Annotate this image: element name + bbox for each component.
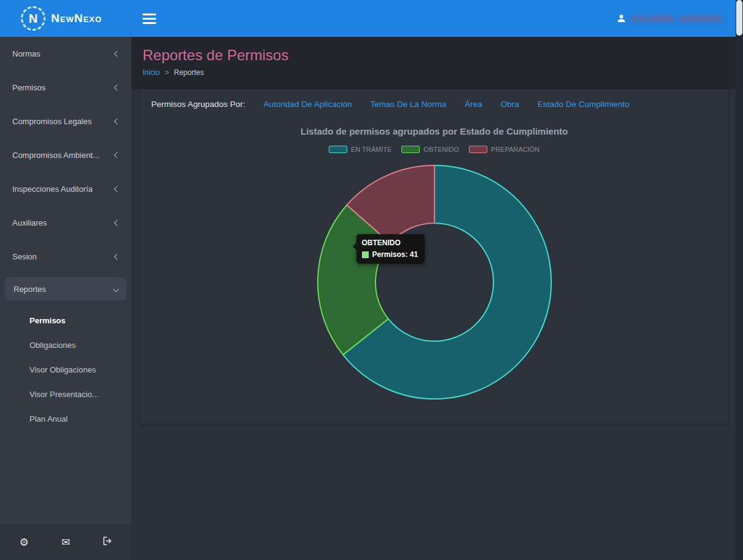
- breadcrumb-separator: >: [165, 68, 169, 77]
- submenu-item-label: Visor Obligaciones: [29, 365, 96, 374]
- brand[interactable]: N NewNexo: [0, 6, 132, 31]
- chevron-left-icon: [114, 254, 120, 260]
- sidebar-item-label: Normas: [12, 49, 41, 58]
- submenu-item-obligaciones[interactable]: Obligaciones: [0, 333, 132, 357]
- breadcrumb-current: Reportes: [174, 68, 204, 77]
- breadcrumb: Inicio > Reportes: [143, 68, 736, 77]
- chevron-left-icon: [114, 85, 120, 91]
- donut-chart: OBTENIDO Permisos: 41: [314, 162, 555, 403]
- submenu-item-label: Visor Presentacio...: [29, 390, 98, 399]
- sidebar-item-label: Reportes: [14, 285, 46, 294]
- chevron-down-icon: [113, 286, 119, 292]
- main-content: Reportes de Permisos Inicio > Reportes P…: [132, 37, 736, 560]
- sidebar-item-inspecciones-auditoria[interactable]: Inspecciones Auditoría: [0, 172, 132, 206]
- chart-tooltip: OBTENIDO Permisos: 41: [356, 234, 425, 264]
- tooltip-value: Permisos: 41: [372, 250, 419, 259]
- submenu-item-label: Obligaciones: [29, 341, 76, 350]
- logout-icon[interactable]: [101, 535, 114, 550]
- legend-label: OBTENIDO: [423, 146, 458, 153]
- sidebar-item-label: Permisos: [12, 83, 45, 92]
- group-link-obra[interactable]: Obra: [501, 100, 519, 109]
- sidebar-item-label: Auxiliares: [12, 218, 47, 227]
- group-link-area[interactable]: Área: [465, 100, 482, 109]
- user-name: COLANTE, GUSTAVO: [631, 14, 722, 23]
- legend-item-en-tramite[interactable]: EN TRÁMITE: [329, 146, 391, 153]
- submenu-item-plan-anual[interactable]: Plan Anual: [0, 406, 132, 431]
- legend-swatch-obtenido: [401, 146, 420, 153]
- messages-envelope-icon[interactable]: ✉: [59, 536, 73, 549]
- submenu-item-label: Permisos: [29, 316, 66, 325]
- chevron-left-icon: [114, 220, 120, 226]
- legend-item-obtenido[interactable]: OBTENIDO: [401, 146, 458, 153]
- brand-name: NewNexo: [51, 12, 102, 25]
- tooltip-line: Permisos: 41: [362, 250, 419, 259]
- chevron-left-icon: [114, 119, 120, 125]
- user-icon: [616, 14, 626, 23]
- chart-legend: EN TRÁMITE OBTENIDO PREPARACIÓN: [140, 146, 728, 153]
- user-menu[interactable]: COLANTE, GUSTAVO: [616, 14, 736, 23]
- sidebar-item-label: Compromisos Legales: [12, 117, 92, 126]
- legend-label: EN TRÁMITE: [351, 146, 391, 153]
- chevron-left-icon: [114, 152, 120, 159]
- group-by-toolbar: Permisos Agrupados Por: Autoridad De Apl…: [140, 89, 728, 115]
- reportes-submenu: Permisos Obligaciones Visor Obligaciones…: [0, 304, 132, 431]
- submenu-item-visor-presentaciones[interactable]: Visor Presentacio...: [0, 382, 132, 406]
- sidebar: Normas Permisos Compromisos Legales Comp…: [0, 37, 132, 560]
- sidebar-item-normas[interactable]: Normas: [0, 37, 132, 71]
- page-title: Reportes de Permisos: [143, 47, 736, 64]
- breadcrumb-home-link[interactable]: Inicio: [143, 68, 160, 77]
- report-panel: Permisos Agrupados Por: Autoridad De Apl…: [140, 89, 728, 424]
- legend-swatch-preparacion: [469, 146, 487, 153]
- submenu-item-visor-obligaciones[interactable]: Visor Obligaciones: [0, 357, 132, 382]
- page-scrollbar: [736, 0, 743, 560]
- legend-label: PREPARACIÓN: [491, 146, 540, 153]
- scrollbar-thumb[interactable]: [736, 0, 742, 36]
- hamburger-menu-icon[interactable]: [143, 11, 159, 26]
- group-link-estado-de-cumplimiento[interactable]: Estado De Cumplimiento: [538, 100, 629, 109]
- group-link-autoridad-de-aplicacion[interactable]: Autoridad De Aplicación: [264, 100, 352, 109]
- app-page: N NewNexo COLANTE, GUSTAVO Normas Permis…: [0, 0, 736, 560]
- chevron-left-icon: [114, 186, 120, 192]
- sidebar-item-auxiliares[interactable]: Auxiliares: [0, 206, 132, 240]
- submenu-item-label: Plan Anual: [29, 414, 68, 424]
- sidebar-item-permisos[interactable]: Permisos: [0, 71, 132, 105]
- sidebar-item-compromisos-ambientales[interactable]: Compromisos Ambient...: [0, 138, 132, 172]
- group-by-label: Permisos Agrupados Por:: [151, 100, 245, 109]
- content-header: Reportes de Permisos Inicio > Reportes: [132, 37, 736, 89]
- chevron-left-icon: [114, 51, 120, 57]
- sidebar-item-label: Sesion: [12, 252, 37, 261]
- group-link-temas-de-la-norma[interactable]: Temas De La Norma: [370, 100, 446, 109]
- sidebar-item-label: Compromisos Ambient...: [12, 151, 100, 160]
- settings-gear-icon[interactable]: ⚙: [17, 536, 31, 549]
- sidebar-footer: ⚙ ✉: [0, 524, 132, 560]
- brand-logo-icon: N: [21, 6, 45, 31]
- topbar: N NewNexo COLANTE, GUSTAVO: [0, 0, 736, 37]
- sidebar-item-reportes[interactable]: Reportes: [5, 277, 127, 301]
- donut-chart-svg: [314, 162, 555, 403]
- legend-item-preparacion[interactable]: PREPARACIÓN: [469, 146, 540, 153]
- sidebar-item-sesion[interactable]: Sesion: [0, 240, 132, 274]
- chart-title: Listado de permisos agrupados por Estado…: [140, 126, 728, 136]
- tooltip-swatch: [362, 251, 369, 258]
- sidebar-item-label: Inspecciones Auditoría: [12, 184, 93, 194]
- submenu-item-permisos[interactable]: Permisos: [0, 308, 132, 333]
- legend-swatch-en-tramite: [329, 146, 347, 153]
- tooltip-title: OBTENIDO: [362, 239, 419, 247]
- sidebar-item-compromisos-legales[interactable]: Compromisos Legales: [0, 105, 132, 138]
